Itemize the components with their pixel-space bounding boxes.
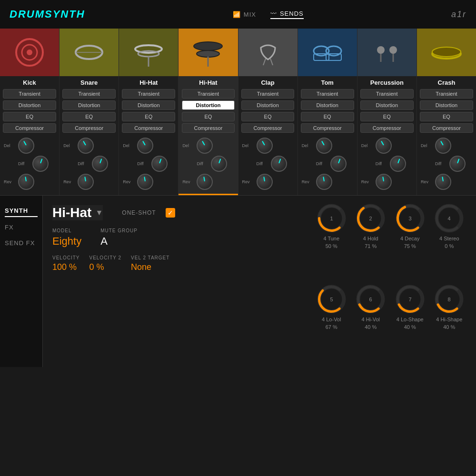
btn-eq-tom[interactable]: EQ [301,112,354,121]
macro-knob-4[interactable]: 4 [434,203,465,234]
channel-snare[interactable]: SnareTransientDistortionEQCompressorDelD… [60,29,119,195]
rev-knob-tom[interactable] [316,174,332,190]
btn-eq-clap[interactable]: EQ [241,112,295,121]
diff-knob-hihat2[interactable] [211,156,227,172]
rev-knob-clap[interactable] [257,174,273,190]
macro-knob-1[interactable]: 1 [316,203,347,234]
del-label-hihat2: Del [182,143,194,148]
sidebar-item-synth[interactable]: SYNTH [5,205,38,217]
diff-knob-perc[interactable] [390,156,406,172]
btn-compressor-snare[interactable]: Compressor [62,123,116,133]
btn-transient-hihat2[interactable]: Transient [182,89,235,99]
diff-knob-clap[interactable] [271,156,287,172]
sidebar-item-sendfx[interactable]: SEND FX [5,238,38,248]
btn-compressor-perc[interactable]: Compressor [360,123,414,133]
diff-knob-snare[interactable] [92,156,108,172]
macro-pct-2: 71 % [365,243,377,249]
btn-compressor-clap[interactable]: Compressor [241,123,295,133]
macro-pct-8: 40 % [443,324,455,330]
del-knob-crash[interactable] [435,138,451,154]
del-knob-hihat1[interactable] [137,138,153,154]
btn-transient-snare[interactable]: Transient [62,89,116,99]
diff-knob-crash[interactable] [449,156,466,172]
btn-distortion-snare[interactable]: Distortion [62,100,116,110]
sidebar-item-fx[interactable]: FX [5,222,38,233]
svg-text:3: 3 [408,216,411,221]
btn-distortion-clap[interactable]: Distortion [241,100,295,110]
macro-pct-3: 75 % [404,243,416,249]
macro-knob-7[interactable]: 7 [395,284,426,315]
air-logo: a1r [451,10,466,20]
btn-compressor-hihat1[interactable]: Compressor [122,123,175,133]
macro-knob-2[interactable]: 2 [355,203,386,234]
rev-knob-hihat1[interactable] [137,174,153,190]
macro-knob-8[interactable]: 8 [434,284,465,315]
one-shot-label: ONE-SHOT [122,209,156,216]
del-knob-perc[interactable] [376,138,392,154]
del-knob-tom[interactable] [316,138,332,154]
rev-knob-hihat2[interactable] [197,174,213,190]
btn-distortion-hihat2[interactable]: Distortion [182,100,235,110]
btn-transient-hihat1[interactable]: Transient [122,89,175,99]
btn-eq-hihat2[interactable]: EQ [182,112,235,121]
rev-knob-kick[interactable] [18,174,34,190]
btn-compressor-tom[interactable]: Compressor [301,123,354,133]
macro-label-5: 4 Lo-Vol [322,317,341,322]
knobs-tom: DelDiffRev [298,134,357,194]
btn-eq-crash[interactable]: EQ [420,112,473,121]
macro-knob-6[interactable]: 6 [355,284,386,315]
btn-distortion-crash[interactable]: Distortion [420,100,473,110]
one-shot-checkbox[interactable]: ✓ [166,208,175,218]
macro-knob-5[interactable]: 5 [316,284,347,315]
btn-eq-perc[interactable]: EQ [360,112,414,121]
btn-distortion-hihat1[interactable]: Distortion [122,100,175,110]
mix-icon: 📶 [233,11,241,18]
btn-eq-snare[interactable]: EQ [62,112,116,121]
nav-mix-label: MIX [244,11,256,18]
diff-knob-tom[interactable] [330,156,347,172]
model-group: MODEL Eighty [52,228,81,248]
del-label-tom: Del [302,143,313,148]
del-knob-snare[interactable] [78,138,94,154]
mute-group-label: MUTE GROUP [100,228,138,233]
btn-eq-hihat1[interactable]: EQ [122,112,175,121]
btn-compressor-kick[interactable]: Compressor [3,123,56,133]
btn-transient-perc[interactable]: Transient [360,89,414,99]
btn-distortion-perc[interactable]: Distortion [360,100,414,110]
instrument-select[interactable]: Hi-Hat ▼ [52,205,103,220]
btn-distortion-kick[interactable]: Distortion [3,100,56,110]
channel-crash[interactable]: CrashTransientDistortionEQCompressorDelD… [417,29,476,195]
rev-knob-crash[interactable] [435,174,451,190]
btn-compressor-hihat2[interactable]: Compressor [182,123,235,133]
rev-knob-perc[interactable] [376,174,392,190]
channel-clap[interactable]: ClapTransientDistortionEQCompressorDelDi… [238,29,298,195]
channel-kick[interactable]: KickTransientDistortionEQCompressorDelDi… [0,29,60,195]
channel-name-clap: Clap [261,76,274,88]
btn-eq-kick[interactable]: EQ [3,112,56,121]
btn-transient-clap[interactable]: Transient [241,89,295,99]
macro-pct-5: 67 % [326,324,337,330]
del-knob-kick[interactable] [18,138,34,154]
svg-point-10 [197,50,219,57]
btn-transient-kick[interactable]: Transient [3,89,56,99]
rev-knob-snare[interactable] [78,174,94,190]
diff-knob-hihat1[interactable] [151,156,168,172]
macro-knob-3[interactable]: 3 [395,203,426,234]
diff-knob-kick[interactable] [32,156,49,172]
del-knob-clap[interactable] [257,138,273,154]
nav-sends[interactable]: 〰 SENDS [270,10,304,19]
channel-perc[interactable]: PercussionTransientDistortionEQCompresso… [357,29,417,195]
btn-transient-crash[interactable]: Transient [420,89,473,99]
del-knob-hihat2[interactable] [197,138,213,154]
btn-distortion-tom[interactable]: Distortion [301,100,354,110]
macro-group-7: 7 4 Lo-Shape40 % [393,284,427,360]
channel-tom[interactable]: TomTransientDistortionEQCompressorDelDif… [298,29,357,195]
channel-hihat1[interactable]: Hi-HatTransientDistortionEQCompressorDel… [119,29,178,195]
btn-transient-tom[interactable]: Transient [301,89,354,99]
dropdown-arrow-icon: ▼ [95,208,103,217]
channel-name-snare: Snare [80,76,98,88]
btn-compressor-crash[interactable]: Compressor [420,123,473,133]
svg-text:8: 8 [448,297,451,302]
channel-hihat2[interactable]: Hi-HatTransientDistortionEQCompressorDel… [178,29,238,195]
nav-mix[interactable]: 📶 MIX [233,11,256,18]
